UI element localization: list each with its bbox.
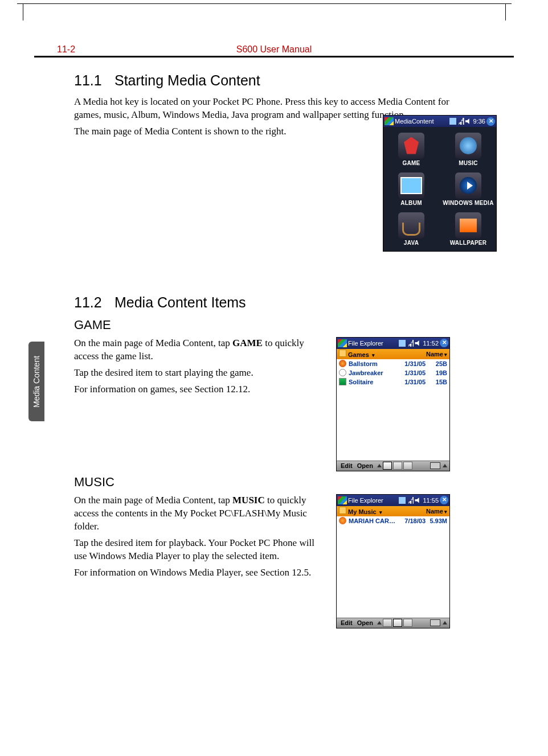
file-icon (339, 378, 346, 385)
music-paragraph-3: For information on Windows Media Player,… (74, 566, 325, 580)
command-bar: Edit Open (337, 461, 449, 471)
folder-bar: Games Name (337, 349, 449, 359)
music-paragraph-1: On the main page of Media Content, tap M… (74, 494, 325, 533)
file-name: Ballstorm (349, 360, 397, 367)
folder-dropdown[interactable]: My Music (339, 507, 382, 515)
view-button[interactable] (383, 619, 392, 627)
up-icon[interactable] (377, 621, 382, 624)
app-title: MediaContent (395, 118, 434, 125)
file-size: 19B (428, 369, 447, 376)
mc-item-java[interactable]: JAVA (386, 210, 437, 248)
section-11-1-heading: 11.1 Starting Media Content (74, 72, 502, 89)
file-name: Solitaire (349, 379, 397, 385)
folder-name: Games (348, 351, 369, 358)
section-number: 11.2 (74, 294, 111, 311)
list-item[interactable]: MARIAH CARE... 7/18/03 5.93M (337, 516, 449, 525)
mc-item-wallpaper[interactable]: WALLPAPER (443, 210, 494, 248)
subsection-music-heading: MUSIC (74, 475, 502, 490)
file-date: 1/31/05 (399, 369, 426, 376)
mc-item-windows-media[interactable]: WINDOWS MEDIA (443, 170, 494, 208)
subsection-game-heading: GAME (74, 318, 502, 332)
music-icon (455, 133, 481, 159)
list-item[interactable]: Ballstorm 1/31/05 25B (337, 359, 449, 368)
clock: 9:36 (473, 118, 485, 125)
text: On the main page of Media Content, tap (74, 338, 232, 348)
menu-open[interactable]: Open (355, 462, 375, 469)
start-flag-icon[interactable] (385, 117, 394, 125)
folder-dropdown[interactable]: Games (339, 350, 375, 358)
start-flag-icon[interactable] (338, 339, 347, 347)
mc-item-music[interactable]: MUSIC (443, 130, 494, 168)
signal-icon (407, 497, 414, 504)
section-title: Starting Media Content (114, 72, 260, 88)
titlebar: File Explorer 11:55 ✕ (337, 495, 449, 506)
menu-edit[interactable]: Edit (339, 619, 354, 626)
signal-icon (407, 340, 414, 347)
mc-label: WALLPAPER (450, 240, 487, 246)
folder-name: My Music (348, 508, 377, 515)
sort-dropdown[interactable]: Name (426, 351, 447, 358)
sort-dropdown[interactable]: Name (426, 508, 447, 515)
up-icon[interactable] (377, 464, 382, 467)
album-icon (398, 172, 424, 199)
file-date: 1/31/05 (399, 379, 426, 385)
view-button[interactable] (393, 619, 402, 627)
speaker-icon[interactable] (465, 118, 472, 125)
clock: 11:52 (423, 340, 439, 347)
folder-bar: My Music Name (337, 506, 449, 516)
game-paragraph-1: On the main page of Media Content, tap G… (74, 337, 325, 363)
file-list: MARIAH CARE... 7/18/03 5.93M (337, 516, 449, 618)
screenshot-games-explorer: File Explorer 11:52 ✕ Games Name (336, 337, 450, 471)
close-icon[interactable]: ✕ (486, 117, 495, 126)
view-button[interactable] (393, 462, 402, 470)
file-icon (339, 360, 346, 367)
view-button[interactable] (383, 462, 392, 470)
signal-icon (457, 118, 464, 125)
document-title: S600 User Manual (236, 44, 312, 55)
game-paragraph-2: Tap the desired item to start playing th… (74, 367, 325, 380)
file-name: MARIAH CARE... (349, 517, 397, 524)
clock: 11:55 (423, 497, 439, 504)
file-date: 7/18/03 (399, 517, 426, 524)
game-icon (398, 133, 424, 159)
sip-arrow-icon[interactable] (443, 621, 447, 624)
keyboard-icon[interactable] (430, 462, 440, 469)
menu-open[interactable]: Open (355, 619, 375, 626)
game-paragraph-3: For information on games, see Section 12… (74, 383, 325, 396)
wallpaper-icon (455, 212, 481, 239)
menu-edit[interactable]: Edit (339, 462, 354, 469)
file-date: 1/31/05 (399, 360, 426, 367)
file-size: 25B (428, 360, 447, 367)
section-title: Media Content Items (114, 294, 246, 310)
sync-icon[interactable] (449, 118, 456, 125)
sip-arrow-icon[interactable] (443, 464, 447, 467)
text-bold: GAME (232, 338, 263, 348)
list-item[interactable]: Jawbreaker 1/31/05 19B (337, 368, 449, 377)
section-11-2-heading: 11.2 Media Content Items (74, 294, 502, 311)
file-size: 5.93M (428, 517, 447, 524)
mc-item-album[interactable]: ALBUM (386, 170, 437, 208)
keyboard-icon[interactable] (430, 619, 440, 626)
speaker-icon[interactable] (415, 497, 422, 504)
file-icon (339, 517, 346, 524)
start-flag-icon[interactable] (338, 496, 347, 504)
file-size: 15B (428, 379, 447, 385)
page-number: 11-2 (57, 44, 75, 55)
text-bold: MUSIC (232, 495, 265, 506)
tool-button[interactable] (403, 619, 412, 627)
tool-button[interactable] (403, 462, 412, 470)
file-list: Ballstorm 1/31/05 25B Jawbreaker 1/31/05… (337, 359, 449, 461)
close-icon[interactable]: ✕ (440, 339, 448, 347)
mc-label: MUSIC (459, 160, 478, 166)
sync-icon[interactable] (399, 340, 406, 347)
folder-icon (339, 350, 346, 357)
mc-label: WINDOWS MEDIA (443, 200, 493, 206)
app-title: File Explorer (348, 340, 383, 347)
mc-item-game[interactable]: GAME (386, 130, 437, 168)
close-icon[interactable]: ✕ (440, 496, 448, 504)
list-item[interactable]: Solitaire 1/31/05 15B (337, 377, 449, 387)
speaker-icon[interactable] (415, 340, 422, 347)
mc-label: JAVA (404, 240, 419, 246)
sync-icon[interactable] (399, 497, 406, 504)
java-icon (398, 212, 424, 239)
